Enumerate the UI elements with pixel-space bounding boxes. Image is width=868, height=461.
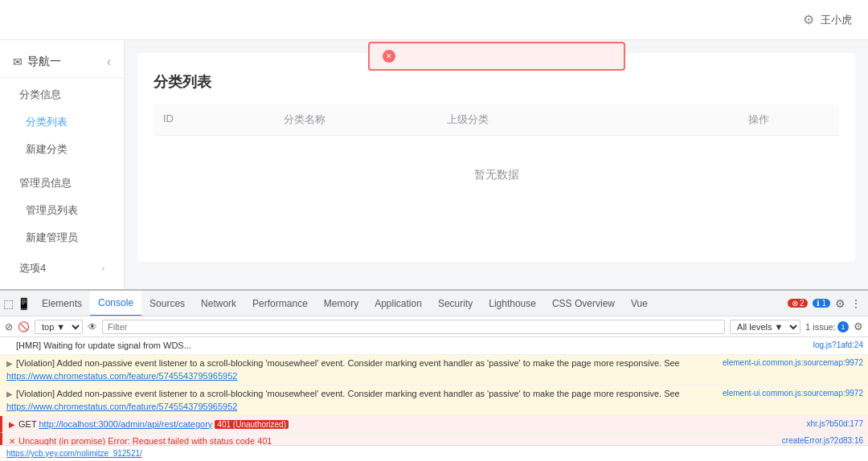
sidebar-item-category-list[interactable]: 分类列表 xyxy=(0,108,124,136)
table-header: ID 分类名称 上级分类 操作 xyxy=(154,104,839,136)
devtools-tabbar: ⬚ 📱 Elements Console Sources Network Per… xyxy=(0,291,868,316)
devtools-toolbar-icons: ⬚ 📱 xyxy=(3,297,31,310)
error-banner: ✕ xyxy=(368,42,625,71)
col-header-id: ID xyxy=(154,112,274,127)
more-icon[interactable]: ⋮ xyxy=(850,297,862,310)
devtools-panel: ⬚ 📱 Elements Console Sources Network Per… xyxy=(0,289,868,461)
gear-icon[interactable]: ⚙ xyxy=(803,12,814,27)
sidebar-item-new-category[interactable]: 新建分类 xyxy=(0,136,124,163)
col-header-parent: 上级分类 xyxy=(437,112,678,127)
devtools-bottom-bar: https://ycb.yey.com/nolimitze_912521/ xyxy=(0,445,868,461)
content-card: ✕ 分类列表 ID 分类名称 上级分类 操作 暂无数据 xyxy=(137,53,855,262)
console-filter-input[interactable] xyxy=(102,320,725,334)
tab-lighthouse[interactable]: Lighthouse xyxy=(481,291,544,316)
context-selector[interactable]: top ▼ xyxy=(35,320,83,334)
user-info: ⚙ 王小虎 xyxy=(803,12,852,27)
col-header-name: 分类名称 xyxy=(274,112,437,127)
settings-icon[interactable]: ⚙ xyxy=(835,297,845,310)
uncaught-error-source[interactable]: createError.js?2d83:16 xyxy=(782,434,863,445)
uncaught-error-text: ✕Uncaught (in promise) Error: Request fa… xyxy=(9,434,272,445)
console-msg-violation2: ▶[Violation] Added non-passive event lis… xyxy=(0,386,868,416)
tab-network[interactable]: Network xyxy=(193,291,244,316)
sidebar-group-admin-info[interactable]: 管理员信息 xyxy=(0,169,124,197)
issue-indicator: 1 issue: 1 xyxy=(805,321,849,332)
eye-icon[interactable]: 👁 xyxy=(88,321,97,332)
sidebar-header: ✉ 导航一 ‹ xyxy=(0,47,124,78)
tab-security[interactable]: Security xyxy=(430,291,481,316)
info-badge: ℹ 1 xyxy=(813,299,830,308)
mail-icon: ✉ xyxy=(13,55,23,68)
hmr-source[interactable]: log.js?1afd:24 xyxy=(813,339,863,351)
console-settings-icon[interactable]: ⚙ xyxy=(854,320,863,332)
main-content: ✕ 分类列表 ID 分类名称 上级分类 操作 暂无数据 xyxy=(125,40,868,289)
console-msg-violation1: ▶[Violation] Added non-passive event lis… xyxy=(0,355,868,386)
option4-label: 选项4 xyxy=(19,261,46,275)
network-error-source[interactable]: xhr.js?b50d:177 xyxy=(806,418,863,430)
error-badge: ⊗ 2 xyxy=(788,299,809,308)
console-msg-hmr: [HMR] Waiting for update signal from WDS… xyxy=(0,337,868,355)
tab-performance[interactable]: Performance xyxy=(244,291,316,316)
sidebar-group-category-info[interactable]: 分类信息 xyxy=(0,81,124,108)
console-messages: [HMR] Waiting for update signal from WDS… xyxy=(0,337,868,445)
nav-title: 导航一 xyxy=(27,55,61,69)
tab-memory[interactable]: Memory xyxy=(316,291,366,316)
sidebar-section-category: 分类信息 分类列表 新建分类 xyxy=(0,78,124,166)
error-close-button[interactable]: ✕ xyxy=(383,50,395,63)
log-level-selector[interactable]: All levels ▼ xyxy=(730,320,800,334)
console-msg-network-error: ▶GET http://localhost:3000/admin/api/res… xyxy=(0,416,868,434)
mobile-icon[interactable]: 📱 xyxy=(17,297,31,310)
tab-elements[interactable]: Elements xyxy=(34,291,90,316)
collapse-icon[interactable]: ‹ xyxy=(107,55,111,69)
page-title: 分类列表 xyxy=(154,72,839,92)
tab-console[interactable]: Console xyxy=(90,291,141,316)
hmr-text: [HMR] Waiting for update signal from WDS… xyxy=(16,339,191,353)
sidebar: ✉ 导航一 ‹ 分类信息 分类列表 新建分类 管理员信息 管理员列表 新建管理员… xyxy=(0,40,125,289)
network-error-text: ▶GET http://localhost:3000/admin/api/res… xyxy=(9,418,289,431)
console-msg-uncaught: ✕Uncaught (in promise) Error: Request fa… xyxy=(0,433,868,445)
sidebar-item-new-admin[interactable]: 新建管理员 xyxy=(0,224,124,251)
col-header-action: 操作 xyxy=(678,112,839,127)
bottom-link[interactable]: https://ycb.yey.com/nolimitze_912521/ xyxy=(6,449,142,458)
violation2-source[interactable]: element-ui.common.js:sourcemap:9972 xyxy=(723,387,863,399)
table-empty: 暂无数据 xyxy=(154,136,839,214)
chevron-right-icon: › xyxy=(102,264,104,273)
sidebar-item-admin-list[interactable]: 管理员列表 xyxy=(0,197,124,224)
sidebar-item-option4[interactable]: 选项4 › xyxy=(0,255,124,282)
sidebar-section-admin: 管理员信息 管理员列表 新建管理员 xyxy=(0,166,124,255)
username: 王小虎 xyxy=(821,13,852,27)
console-filter-icon[interactable]: 🚫 xyxy=(18,321,30,332)
inspect-icon[interactable]: ⬚ xyxy=(3,297,14,310)
tab-vue[interactable]: Vue xyxy=(623,291,656,316)
tab-application[interactable]: Application xyxy=(366,291,430,316)
clear-console-icon[interactable]: ⊘ xyxy=(5,321,13,332)
devtools-console-toolbar: ⊘ 🚫 top ▼ 👁 All levels ▼ 1 issue: 1 ⚙ xyxy=(0,316,868,337)
violation2-text: ▶[Violation] Added non-passive event lis… xyxy=(6,387,716,414)
tab-css-overview[interactable]: CSS Overview xyxy=(544,291,623,316)
violation1-text: ▶[Violation] Added non-passive event lis… xyxy=(6,357,716,383)
tab-sources[interactable]: Sources xyxy=(141,291,193,316)
violation1-source[interactable]: element-ui.common.js:sourcemap:9972 xyxy=(723,357,863,369)
